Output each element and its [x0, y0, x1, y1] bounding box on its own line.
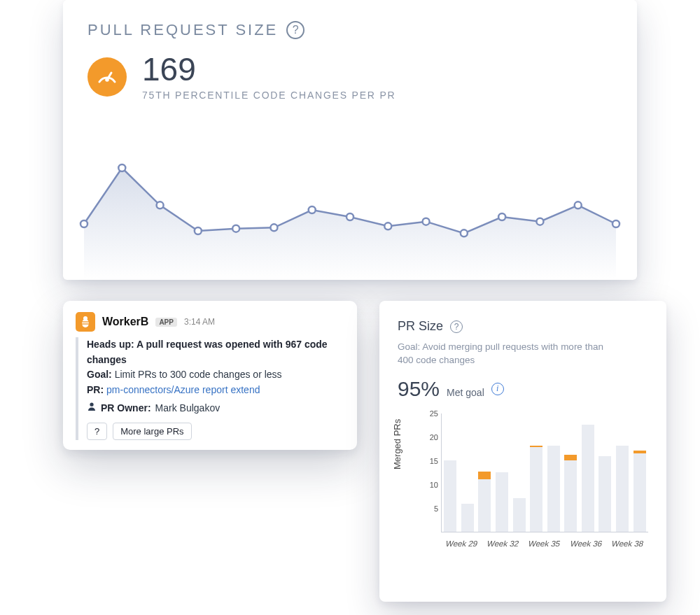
bar — [530, 446, 542, 531]
svg-point-6 — [232, 225, 239, 232]
slack-headline: Heads up: A pull request was opened with… — [87, 337, 344, 367]
x-tick: Week 32 — [482, 539, 525, 548]
hero-title: PULL REQUEST SIZE — [88, 21, 278, 39]
bar-column — [459, 504, 477, 531]
svg-point-21 — [90, 402, 93, 406]
bar — [564, 455, 577, 532]
bar-segment-met — [616, 446, 629, 531]
svg-point-1 — [105, 78, 109, 82]
slack-body: Heads up: A pull request was opened with… — [76, 337, 344, 440]
slack-goal-label: Goal: — [87, 369, 112, 380]
bar-column — [580, 425, 597, 532]
svg-point-2 — [80, 220, 88, 227]
bar-segment-met — [496, 472, 508, 532]
bar-column — [614, 446, 631, 531]
info-icon[interactable]: i — [491, 383, 504, 395]
bar-segment-met — [582, 425, 594, 532]
y-tick: 25 — [430, 409, 438, 418]
bar-column — [476, 472, 493, 532]
hero-line-chart — [63, 140, 637, 280]
svg-point-5 — [195, 227, 202, 234]
slack-bot-name: WorkerB — [102, 316, 148, 328]
x-tick: Week 29 — [440, 539, 484, 548]
gauge-icon — [88, 57, 127, 97]
plot-area — [441, 413, 648, 532]
bar — [444, 460, 456, 532]
bar-segment-met — [564, 460, 577, 532]
slack-button-row: ? More large PRs — [87, 423, 344, 440]
slack-pr-link[interactable]: pm-connectors/Azure report extend — [104, 384, 260, 395]
bar-column — [562, 455, 580, 532]
y-tick: 20 — [430, 433, 438, 441]
x-tick: Week 38 — [606, 539, 649, 548]
slack-owner-label: PR Owner: — [101, 401, 151, 416]
svg-point-16 — [612, 220, 620, 227]
help-icon[interactable]: ? — [286, 21, 304, 39]
more-large-prs-button[interactable]: More large PRs — [113, 423, 191, 440]
prsize-percent: 95% — [398, 377, 440, 401]
y-tick: 15 — [430, 457, 438, 465]
hero-title-row: PULL REQUEST SIZE ? — [88, 21, 612, 39]
y-tick: 5 — [434, 504, 438, 513]
bar-segment-met — [598, 456, 611, 531]
app-badge: APP — [155, 318, 177, 327]
bar — [513, 498, 526, 532]
bars-container — [442, 413, 648, 532]
svg-point-13 — [498, 213, 505, 220]
bar — [582, 425, 594, 532]
bar-column — [596, 456, 614, 531]
bar — [478, 472, 491, 532]
svg-point-4 — [157, 202, 164, 208]
hero-metric-block: 169 75TH PERCENTILE CODE CHANGES PER PR — [142, 53, 396, 101]
bar-segment-met — [547, 446, 560, 531]
bar-segment-met — [478, 479, 491, 532]
bar — [598, 456, 611, 531]
slack-header: WorkerB APP 3:14 AM — [76, 312, 344, 332]
svg-point-15 — [575, 202, 582, 208]
prsize-title: PR Size — [398, 319, 443, 334]
hero-metric-value: 169 — [142, 53, 396, 85]
help-button[interactable]: ? — [87, 423, 107, 440]
bar-column — [631, 451, 648, 532]
slack-goal-row: Goal: Limit PRs to 300 code changes or l… — [87, 367, 344, 383]
bar-segment-over — [564, 455, 577, 460]
bar-segment-met — [444, 460, 456, 532]
bar-column — [528, 446, 545, 531]
x-axis: Week 29Week 32Week 35Week 36Week 38 — [441, 539, 648, 548]
person-icon — [87, 401, 97, 416]
hero-metric-subtitle: 75TH PERCENTILE CODE CHANGES PER PR — [142, 90, 396, 101]
slack-time: 3:14 AM — [184, 317, 215, 327]
svg-point-8 — [309, 206, 316, 213]
bar-column — [493, 472, 511, 532]
help-icon[interactable]: ? — [450, 320, 463, 333]
bar-segment-met — [461, 504, 474, 531]
slack-notification-card: WorkerB APP 3:14 AM Heads up: A pull req… — [63, 301, 357, 450]
prsize-percent-row: 95% Met goal i — [398, 377, 648, 401]
svg-point-12 — [461, 229, 468, 236]
slack-pr-label: PR: — [87, 384, 104, 395]
y-tick: 10 — [430, 481, 438, 489]
prsize-met-goal: Met goal — [447, 387, 484, 398]
bar-segment-met — [513, 498, 526, 532]
prsize-ylabel: Merged PRs — [392, 419, 402, 469]
pull-request-size-card: PULL REQUEST SIZE ? 169 75TH PERCENTILE … — [63, 0, 637, 280]
svg-point-3 — [118, 164, 125, 171]
bar-column — [545, 446, 562, 531]
svg-point-14 — [536, 218, 543, 225]
x-tick: Week 35 — [523, 539, 566, 548]
x-tick: Week 36 — [564, 539, 608, 548]
hero-metric-row: 169 75TH PERCENTILE CODE CHANGES PER PR — [88, 53, 612, 101]
slack-owner-row: PR Owner: Mark Bulgakov — [87, 401, 344, 416]
svg-point-11 — [423, 218, 430, 225]
svg-point-18 — [83, 316, 88, 320]
workerb-icon — [76, 312, 95, 332]
slack-goal-text: Limit PRs to 300 code changes or less — [112, 369, 282, 380]
pr-size-card: PR Size ? Goal: Avoid merging pull reque… — [379, 301, 666, 602]
bar — [634, 451, 646, 532]
svg-point-7 — [270, 224, 277, 231]
bar — [616, 446, 629, 531]
prsize-title-row: PR Size ? — [398, 319, 648, 334]
bar — [461, 504, 474, 531]
bar-column — [510, 498, 528, 532]
bar-segment-met — [634, 453, 646, 532]
